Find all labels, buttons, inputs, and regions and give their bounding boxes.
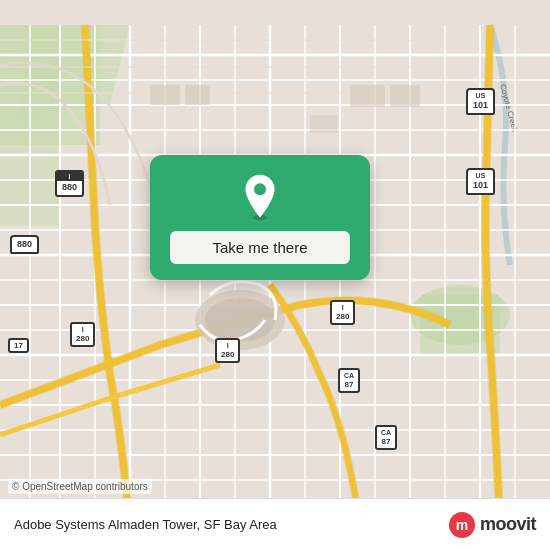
ca-87-badge-1: CA 87 [338, 368, 360, 393]
take-me-there-card: Take me there [150, 155, 370, 280]
bottom-bar: Adobe Systems Almaden Tower, SF Bay Area… [0, 498, 550, 550]
svg-rect-46 [150, 85, 180, 105]
hwy-17-badge: 17 [8, 338, 29, 353]
osm-credit: © OpenStreetMap contributors [8, 479, 152, 494]
svg-text:m: m [456, 517, 468, 533]
i-280-badge-2: I 280 [215, 338, 240, 363]
svg-rect-49 [390, 85, 420, 107]
ca-87-badge-2: CA 87 [375, 425, 397, 450]
svg-rect-48 [350, 85, 385, 107]
us-101-badge-2: US 101 [466, 168, 495, 195]
svg-rect-47 [185, 85, 210, 105]
take-me-there-button[interactable]: Take me there [170, 231, 350, 264]
moovit-icon-svg: m [448, 511, 476, 539]
moovit-logo: m moovit [448, 511, 536, 539]
moovit-text: moovit [480, 514, 536, 535]
i-280-badge-3: I 280 [330, 300, 355, 325]
svg-rect-50 [310, 115, 338, 133]
880-badge-2: 880 [10, 235, 39, 254]
location-name: Adobe Systems Almaden Tower, SF Bay Area [14, 517, 277, 532]
map-container: Coyote Creek [0, 0, 550, 550]
i-880-badge: I 880 [55, 170, 84, 197]
location-pin-icon [236, 173, 284, 221]
i-280-badge-1: I 280 [70, 322, 95, 347]
us-101-badge-1: US 101 [466, 88, 495, 115]
svg-point-52 [254, 183, 266, 195]
